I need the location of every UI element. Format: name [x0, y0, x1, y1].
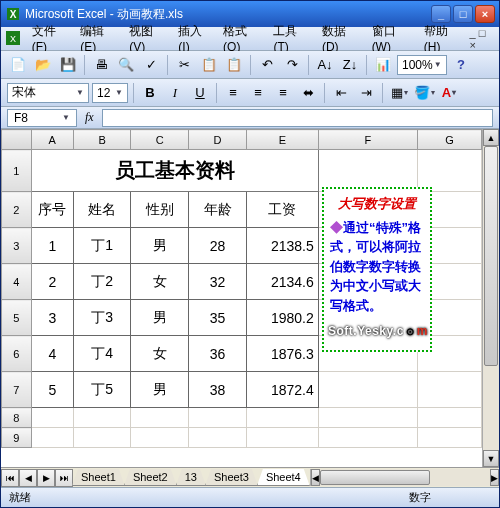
window-title: Microsoft Excel - 动画教程.xls — [21, 6, 431, 23]
merge-button[interactable]: ⬌ — [297, 82, 319, 104]
menu-bar: X 文件(F) 编辑(E) 视图(V) 插入(I) 格式(O) 工具(T) 数据… — [1, 27, 499, 51]
indent-inc-button[interactable]: ⇥ — [355, 82, 377, 104]
row-header[interactable]: 3 — [2, 228, 32, 264]
undo-button[interactable]: ↶ — [256, 54, 278, 76]
paste-button[interactable]: 📋 — [223, 54, 245, 76]
cut-button[interactable]: ✂ — [173, 54, 195, 76]
zoom-select[interactable]: 100%▼ — [397, 55, 447, 75]
open-button[interactable]: 📂 — [32, 54, 54, 76]
fill-color-button[interactable]: 🪣▾ — [413, 82, 435, 104]
col-header[interactable]: E — [246, 130, 318, 150]
status-bar: 就绪 数字 — [1, 487, 499, 507]
close-button[interactable]: × — [475, 5, 495, 23]
vertical-scrollbar[interactable]: ▲ ▼ — [482, 129, 499, 467]
row-header[interactable]: 6 — [2, 336, 32, 372]
doc-close-button[interactable]: _ □ × — [468, 27, 495, 51]
row-header[interactable]: 9 — [2, 428, 32, 448]
chart-button[interactable]: 📊 — [372, 54, 394, 76]
app-icon: X — [5, 6, 21, 22]
preview-button[interactable]: 🔍 — [115, 54, 137, 76]
tab-first-button[interactable]: ⏮ — [1, 469, 19, 487]
font-size-select[interactable]: 12▼ — [92, 83, 128, 103]
tip-title: 大写数字设置 — [330, 194, 424, 214]
row-header[interactable]: 1 — [2, 150, 32, 192]
save-button[interactable]: 💾 — [57, 54, 79, 76]
status-right: 数字 — [409, 490, 491, 505]
tab-next-button[interactable]: ▶ — [37, 469, 55, 487]
formula-bar[interactable] — [102, 109, 493, 127]
spell-button[interactable]: ✓ — [140, 54, 162, 76]
align-center-button[interactable]: ≡ — [247, 82, 269, 104]
redo-button[interactable]: ↷ — [281, 54, 303, 76]
svg-text:X: X — [10, 9, 17, 20]
standard-toolbar: 📄 📂 💾 🖶 🔍 ✓ ✂ 📋 📋 ↶ ↷ A↓ Z↓ 📊 100%▼ ? — [1, 51, 499, 79]
row-header[interactable]: 7 — [2, 372, 32, 408]
font-name-select[interactable]: 宋体▼ — [7, 83, 89, 103]
help-button[interactable]: ? — [450, 54, 472, 76]
fx-button[interactable]: fx — [81, 110, 98, 125]
status-left: 就绪 — [9, 490, 31, 505]
formula-bar-row: F8▼ fx — [1, 107, 499, 129]
select-all-corner[interactable] — [2, 130, 32, 150]
sheet-tabs-bar: ⏮ ◀ ▶ ⏭ Sheet1 Sheet2 13 Sheet3 Sheet4 ◀… — [1, 467, 499, 487]
col-header[interactable]: A — [31, 130, 73, 150]
col-header[interactable]: D — [189, 130, 247, 150]
borders-button[interactable]: ▦▾ — [388, 82, 410, 104]
scroll-right-button[interactable]: ▶ — [490, 469, 499, 486]
new-button[interactable]: 📄 — [7, 54, 29, 76]
row-header[interactable]: 5 — [2, 300, 32, 336]
col-header[interactable]: C — [131, 130, 189, 150]
row-header[interactable]: 8 — [2, 408, 32, 428]
excel-doc-icon: X — [5, 30, 22, 48]
scroll-left-button[interactable]: ◀ — [311, 469, 320, 486]
scroll-thumb[interactable] — [484, 146, 498, 366]
align-right-button[interactable]: ≡ — [272, 82, 294, 104]
indent-dec-button[interactable]: ⇤ — [330, 82, 352, 104]
sort-desc-button[interactable]: Z↓ — [339, 54, 361, 76]
sheet-tab[interactable]: Sheet2 — [124, 469, 177, 486]
tab-prev-button[interactable]: ◀ — [19, 469, 37, 487]
print-button[interactable]: 🖶 — [90, 54, 112, 76]
font-color-button[interactable]: A▾ — [438, 82, 460, 104]
bold-button[interactable]: B — [139, 82, 161, 104]
copy-button[interactable]: 📋 — [198, 54, 220, 76]
sheet-tab[interactable]: 13 — [176, 469, 206, 486]
align-left-button[interactable]: ≡ — [222, 82, 244, 104]
formatting-toolbar: 宋体▼ 12▼ B I U ≡ ≡ ≡ ⬌ ⇤ ⇥ ▦▾ 🪣▾ A▾ — [1, 79, 499, 107]
sort-asc-button[interactable]: A↓ — [314, 54, 336, 76]
watermark: Soft.Yesky.c⊙m — [328, 324, 428, 338]
sheet-tab-active[interactable]: Sheet4 — [257, 469, 310, 486]
row-header[interactable]: 4 — [2, 264, 32, 300]
row-header[interactable]: 2 — [2, 192, 32, 228]
scroll-down-button[interactable]: ▼ — [483, 450, 499, 467]
horizontal-scrollbar[interactable]: ◀ ▶ — [310, 469, 499, 486]
svg-text:X: X — [10, 34, 16, 44]
underline-button[interactable]: U — [189, 82, 211, 104]
col-header[interactable]: F — [318, 130, 417, 150]
tip-body: ◆通过“特殊”格式，可以将阿拉伯数字数字转换为中文小写或大写格式。 — [330, 218, 424, 316]
col-header[interactable]: B — [73, 130, 131, 150]
excel-window: X Microsoft Excel - 动画教程.xls _ □ × X 文件(… — [0, 0, 500, 508]
col-header[interactable]: G — [418, 130, 482, 150]
name-box[interactable]: F8▼ — [7, 109, 77, 127]
sheet-tab[interactable]: Sheet3 — [205, 469, 258, 486]
italic-button[interactable]: I — [164, 82, 186, 104]
worksheet-area: A B C D E F G 1 员工基本资料 2 序号 姓名 性别 — [1, 129, 499, 467]
scroll-up-button[interactable]: ▲ — [483, 129, 499, 146]
scroll-thumb[interactable] — [320, 470, 430, 485]
sheet-tab[interactable]: Sheet1 — [72, 469, 125, 486]
cell-title[interactable]: 员工基本资料 — [31, 150, 318, 192]
tab-last-button[interactable]: ⏭ — [55, 469, 73, 487]
